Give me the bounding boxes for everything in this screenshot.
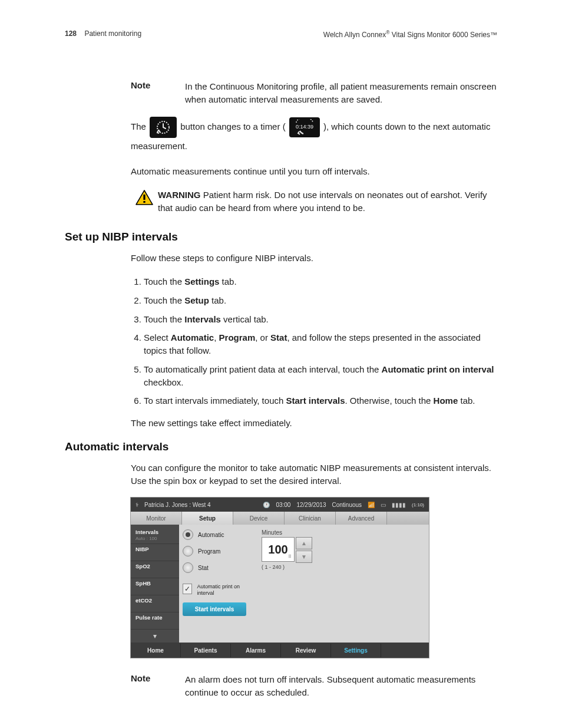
sec2-intro: You can configure the monitor to take au… — [131, 462, 497, 487]
svg-rect-1 — [143, 195, 145, 200]
minutes-value[interactable]: 100 ⠿ — [262, 537, 295, 562]
vtab-intervals[interactable]: IntervalsAuto : 100 — [131, 527, 179, 544]
checkbox-auto-print[interactable]: ✓Automatic print on interval — [183, 584, 252, 597]
radio-stat[interactable]: Stat — [183, 562, 252, 573]
clock-icon: 🕐 — [263, 502, 270, 508]
timer-countdown-icon: 0:14:39 — [289, 117, 320, 137]
interval-icon — [150, 117, 177, 138]
signal-icon: 📶 — [368, 502, 375, 508]
vtab-sphb[interactable]: SpHB — [131, 578, 179, 595]
spin-down-button[interactable]: ▼ — [296, 551, 312, 563]
radio-program[interactable]: Program — [183, 546, 252, 556]
sec1-intro: Follow these steps to configure NIBP int… — [131, 252, 497, 265]
btab-alarms[interactable]: Alarms — [231, 644, 281, 657]
note2-label: Note — [131, 673, 185, 699]
warning-block: WARNING Patient harm risk. Do not use in… — [131, 189, 497, 215]
status-date: 12/29/2013 — [296, 502, 326, 508]
start-intervals-button[interactable]: Start intervals — [183, 602, 246, 616]
battery-time: (1:10) — [412, 502, 424, 508]
device-right-panel: Minutes 100 ⠿ ▲ ▼ ( 1 - 240 ) — [256, 525, 429, 643]
battery-icon: ▮▮▮▮ — [392, 502, 406, 508]
section-title-auto: Automatic intervals — [65, 440, 497, 453]
side-scroll-down-icon[interactable]: ▾ — [131, 632, 179, 640]
step-4: Select Automatic, Program, or Stat, and … — [144, 331, 497, 357]
btab-home[interactable]: Home — [131, 644, 181, 657]
page-number: 128 — [65, 29, 77, 38]
vtab-spo2[interactable]: SpO2 — [131, 561, 179, 578]
device-screenshot: ⚕ Patricia J. Jones : West 4 🕐 03:00 12/… — [131, 498, 429, 658]
note-text: In the Continuous Monitoring profile, al… — [185, 80, 497, 106]
btab-patients[interactable]: Patients — [181, 644, 231, 657]
device-top-tabs: Monitor Setup Device Clinician Advanced — [131, 512, 429, 525]
status-mode: Continuous — [332, 502, 362, 508]
tab-setup[interactable]: Setup — [182, 512, 233, 525]
btab-review[interactable]: Review — [281, 644, 331, 657]
display-icon: ▭ — [381, 502, 386, 508]
warning-text: Patient harm risk. Do not use intervals … — [158, 190, 487, 213]
device-side-tabs: IntervalsAuto : 100 NIBP SpO2 SpHB etCO2… — [131, 525, 179, 643]
timer-value: 0:14:39 — [296, 124, 313, 130]
warning-label: WARNING — [158, 190, 201, 200]
spin-up-button[interactable]: ▲ — [296, 537, 312, 549]
tab-clinician[interactable]: Clinician — [285, 512, 336, 525]
tab-device[interactable]: Device — [233, 512, 285, 525]
status-time: 03:00 — [276, 502, 290, 508]
note-label: Note — [131, 80, 185, 106]
vtab-etco2[interactable]: etCO2 — [131, 595, 179, 612]
timer-sentence: The button changes to a timer ( 0:14:39 — [131, 117, 497, 155]
warning-icon — [131, 189, 158, 205]
header-doc-title: Welch Allyn Connex® Vital Signs Monitor … — [323, 29, 497, 39]
minutes-range: ( 1 - 240 ) — [262, 564, 423, 570]
minutes-label: Minutes — [262, 529, 423, 536]
btab-settings[interactable]: Settings — [331, 644, 381, 657]
step-3: Touch the Intervals vertical tab. — [144, 313, 497, 326]
header-section: Patient monitoring — [84, 29, 141, 38]
caduceus-icon: ⚕ — [135, 502, 138, 508]
patient-name: Patricia J. Jones : West 4 — [144, 502, 211, 508]
note2-text: An alarm does not turn off intervals. Su… — [185, 673, 497, 699]
sec1-outro: The new settings take effect immediately… — [131, 417, 497, 430]
note2-block: Note An alarm does not turn off interval… — [131, 673, 497, 699]
step-1: Touch the Settings tab. — [144, 275, 497, 288]
step-2: Touch the Setup tab. — [144, 294, 497, 307]
keypad-icon[interactable]: ⠿ — [288, 554, 292, 559]
note-block: Note In the Continuous Monitoring profil… — [131, 80, 497, 106]
device-mid-panel: Automatic Program Stat ✓Automatic print … — [179, 525, 256, 643]
svg-rect-2 — [143, 201, 145, 203]
device-statusbar: ⚕ Patricia J. Jones : West 4 🕐 03:00 12/… — [131, 498, 429, 512]
section-title-nibp: Set up NIBP intervals — [65, 230, 497, 243]
device-bottom-tabs: Home Patients Alarms Review Settings — [131, 643, 429, 658]
step-5: To automatically print patient data at e… — [144, 363, 497, 389]
radio-automatic[interactable]: Automatic — [183, 529, 252, 540]
auto-continue-text: Automatic measurements continue until yo… — [131, 165, 497, 178]
vtab-pulse[interactable]: Pulse rate — [131, 612, 179, 630]
tab-monitor[interactable]: Monitor — [131, 512, 182, 525]
step-6: To start intervals immediately, touch St… — [144, 394, 497, 407]
page-header: 128 Patient monitoring Welch Allyn Conne… — [65, 29, 497, 39]
vtab-nibp[interactable]: NIBP — [131, 544, 179, 561]
tab-advanced[interactable]: Advanced — [336, 512, 387, 525]
steps-list: Touch the Settings tab. Touch the Setup … — [131, 275, 497, 407]
